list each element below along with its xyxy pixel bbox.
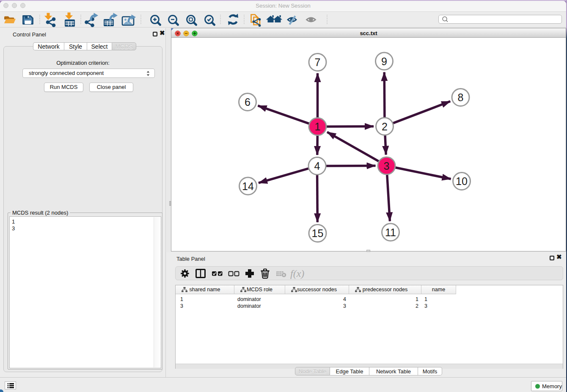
svg-text:3: 3: [384, 160, 390, 172]
svg-text:1: 1: [315, 121, 321, 133]
svg-text:2: 2: [382, 121, 388, 133]
svg-text:9: 9: [381, 55, 387, 67]
svg-text:10: 10: [456, 175, 468, 187]
svg-text:8: 8: [458, 91, 464, 103]
svg-text:7: 7: [315, 56, 321, 68]
svg-text:15: 15: [312, 227, 324, 239]
svg-text:14: 14: [242, 180, 254, 192]
svg-text:11: 11: [385, 226, 396, 238]
svg-text:4: 4: [314, 160, 320, 172]
svg-text:6: 6: [245, 96, 250, 108]
svg-text:f(x): f(x): [290, 268, 304, 279]
